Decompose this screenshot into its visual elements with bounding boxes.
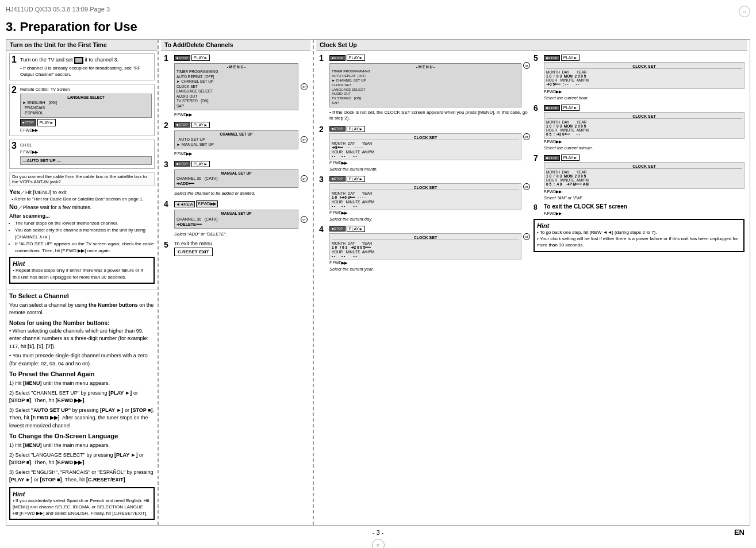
clock-vals4: MONTH DAY YEAR 1 0 / 0 3 ➔2 0 0 5⟵ HOUR … [332, 241, 519, 258]
preset-title: To Preset the Channel Again [9, 371, 155, 377]
hint-text1: • Repeat these steps only if either ther… [13, 267, 151, 280]
add-arrows3: or [301, 175, 308, 182]
clock-step3-body: ■STOP PLAY► CLOCK SET MONTH DAY YEAR 1 0… [329, 175, 530, 222]
clock-steps-left: 1 ■STOP PLAY► - M E N U - TIMER PROGRAMM… [319, 53, 530, 275]
or2: or [301, 136, 308, 143]
c-stop7[interactable]: ■STOP [544, 155, 560, 161]
c-stop2[interactable]: ■STOP [329, 126, 346, 132]
scan-notes: The tuner stops on the lowest memorized … [15, 220, 155, 254]
clock-title3: CLOCK SET [332, 186, 519, 190]
exit-menu-text: To exit the menu. [174, 241, 214, 246]
tv-screen-label: TV Screen [51, 87, 70, 92]
clock-step3: 3 ■STOP PLAY► CLOCK SET MONTH DAY YEAR [319, 175, 530, 222]
select-channel-text: You can select a channel by using the Nu… [9, 302, 155, 317]
clock-screen7: CLOCK SET MONTH DAY YEAR 1 0 / 0 3 MON 2… [544, 162, 745, 189]
lang-step2: 2) Select "LANGUAGE SELECT" by pressing … [9, 451, 155, 467]
c-stop4[interactable]: ■STOP [329, 226, 346, 231]
step2-box: 2 Remote Control TV Screen LANGUAGE SELE… [9, 84, 155, 136]
yes-label: Yes [9, 188, 20, 195]
c-play1[interactable]: PLAY► [347, 55, 365, 61]
rew-btn[interactable]: ◄◄REW [174, 201, 195, 207]
clock-step4-body: ■STOP PLAY► CLOCK SET MONTH DAY YEAR 1 0… [329, 225, 530, 272]
play1[interactable]: PLAY► [191, 55, 210, 61]
clock-step5-body: ■STOP PLAY► CLOCK SET MONTH DAY YEAR 1 0… [544, 53, 745, 101]
preset-step2: 2) Select "CHANNEL SET UP" by pressing [… [9, 389, 155, 405]
clock-step7: 7 ■STOP PLAY► CLOCK SET MONTH DAY YEAR [534, 153, 745, 200]
notes-text: • When selecting cable channels which ar… [9, 327, 155, 351]
or1: or [301, 83, 308, 90]
c-stop1[interactable]: ■STOP [329, 55, 346, 61]
step3-content: CH 01 F.FWD▶▶ —AUTO SET UP — [20, 142, 152, 165]
scan-note2: You can select only the channels memoriz… [15, 227, 155, 241]
add-menu-items1: TIMER PROGRAMMING AUTO REPEAT [OFF] ► CH… [176, 70, 296, 109]
c-play4[interactable]: PLAY► [347, 226, 365, 232]
clock-menu-items1: TIMER PROGRAMMING AUTO REPEAT [OFF] ► CH… [332, 70, 519, 105]
page-header: HJ411UD.QX33 05.3.8 13:09 Page 3 ○ [6, 6, 750, 17]
add-menu-title1: - M E N U - [176, 65, 296, 70]
stop-btn[interactable]: ■STOP [20, 119, 36, 126]
clock-hint-item2: • Your clock setting will be lost if eit… [537, 236, 741, 248]
play3[interactable]: PLAY► [191, 161, 210, 167]
auto-set-up-label: —AUTO SET UP — [22, 158, 149, 164]
page-circle: ○ [739, 6, 750, 17]
hint-title1: Hint [13, 260, 151, 267]
ffwd-c4: F.FWD▶▶ [329, 261, 530, 265]
ffwd-c8: F.FWD▶▶ [544, 211, 745, 216]
add-step5-num: 5 [164, 240, 172, 249]
clock-step6-body: ■STOP PLAY► CLOCK SET MONTH DAY YEAR 1 0… [544, 103, 745, 150]
play-btn[interactable]: PLAY► [37, 119, 56, 127]
ffwd-c3: F.FWD▶▶ [329, 211, 530, 215]
lang-step3: 3) Select "ENGLISH", "FRANCAIS" or "ESPA… [9, 469, 155, 484]
or3: or [301, 175, 308, 182]
add-delete-section: To Add/Delete Channels 1 ■STOP PLAY► - M… [159, 40, 314, 525]
c-or4: or [523, 233, 530, 240]
stop1[interactable]: ■STOP [174, 55, 190, 61]
c-play2[interactable]: PLAY► [347, 126, 365, 132]
yes-no-area: Yes／Hit [MENU] to exit • Refer to "Hint … [9, 188, 155, 254]
c-or3: or [523, 183, 530, 190]
clock-vals6: MONTH DAY YEAR 1 0 / 0 3 MON 2 0 0 5 HOU… [546, 120, 742, 137]
play2[interactable]: PLAY► [191, 122, 210, 128]
add-label3: ➔ADD⟵ [176, 181, 296, 186]
notes-text2: • You must precede single-digit channel … [9, 352, 155, 368]
stop3[interactable]: ■STOP [174, 161, 190, 167]
add-step3-body: ■STOP PLAY► MANUAL SET UP CHANNEL 30 (CA… [174, 160, 308, 196]
clock-caption7: Select "AM" or "PM". [544, 195, 745, 200]
creset-exit-btn[interactable]: C.RESET EXIT [174, 248, 213, 256]
clock-menu-title1: - M E N U - [332, 65, 519, 70]
no-row: No／Please wait for a few minutes. [9, 203, 155, 211]
channel-set-title: CHANNEL SET UP [176, 132, 296, 137]
step1-num: 1 [11, 55, 17, 64]
c-play6[interactable]: PLAY► [561, 105, 580, 111]
c-play7[interactable]: PLAY► [561, 155, 580, 161]
clock-caption6: Select the current minute. [544, 145, 745, 150]
clock-title6: CLOCK SET [546, 114, 742, 119]
stop2[interactable]: ■STOP [174, 122, 190, 128]
clock-menu-screen1: - M E N U - TIMER PROGRAMMING AUTO REPEA… [329, 63, 521, 107]
c-play5[interactable]: PLAY► [561, 55, 580, 61]
c-stop6[interactable]: ■STOP [544, 105, 560, 111]
add-step5: 5 To exit the menu. C.RESET EXIT [164, 240, 308, 254]
step1-note: • If channel 3 is already occupied for b… [20, 65, 152, 78]
ffwd-row2: F.FWD▶▶ [20, 128, 152, 133]
clock-step5: 5 ■STOP PLAY► CLOCK SET MONTH DAY YEAR [534, 53, 745, 101]
clock-screen6: CLOCK SET MONTH DAY YEAR 1 0 / 0 3 MON 2… [544, 112, 745, 139]
after-scanning: After scanning... [9, 213, 155, 219]
add-manual-screen3: MANUAL SET UP CHANNEL 30 (CATV) ➔ADD⟵ [174, 169, 298, 188]
ffwd-btn[interactable]: F.FWD▶▶ [196, 200, 217, 207]
c-stop5[interactable]: ■STOP [544, 55, 560, 61]
ffwd-c6: F.FWD▶▶ [544, 140, 745, 144]
no-text: ／Please wait for a few minutes. [18, 204, 92, 210]
add-arrows4: or [301, 216, 308, 223]
c-stop3[interactable]: ■STOP [329, 176, 346, 182]
c-play3[interactable]: PLAY► [347, 176, 365, 182]
bottom-circle-icon: ○ [372, 539, 385, 548]
lang-item3: ESPAÑOL [22, 110, 149, 115]
clock-step6: 6 ■STOP PLAY► CLOCK SET MONTH DAY YEAR [534, 103, 745, 150]
turn-on-section: Turn on the Unit for the First Time 1 Tu… [6, 40, 159, 525]
add-step4-num: 4 [164, 199, 172, 209]
step4-caption: Select "ADD" or "DELETE". [174, 231, 308, 237]
clock-step6-num: 6 [534, 103, 542, 113]
add-step3-num: 3 [164, 160, 172, 169]
step3-caption: Select the channel to be added or delete… [174, 191, 308, 196]
